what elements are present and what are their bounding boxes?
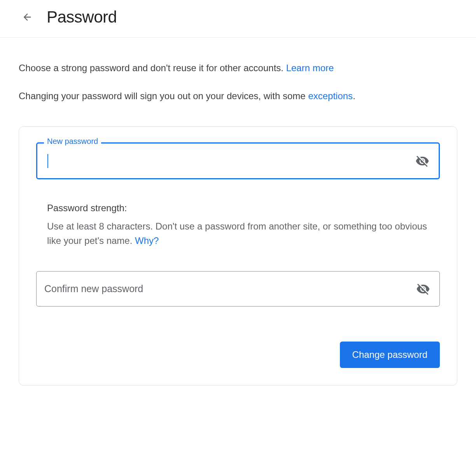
new-password-field-wrapper: New password (36, 142, 440, 179)
visibility-off-icon (416, 282, 430, 296)
intro-line-2-text: Changing your password will sign you out… (19, 91, 308, 101)
arrow-left-icon (22, 12, 33, 23)
confirm-password-input[interactable] (37, 272, 407, 306)
intro-line-1-text: Choose a strong password and don't reuse… (19, 63, 286, 73)
page-header: Password (0, 0, 476, 38)
password-strength-section: Password strength: Use at least 8 charac… (36, 203, 440, 248)
strength-hint-text: Use at least 8 characters. Don't use a p… (47, 221, 427, 246)
new-password-label: New password (44, 137, 101, 146)
exceptions-link[interactable]: exceptions (308, 91, 353, 101)
password-strength-hint: Use at least 8 characters. Don't use a p… (47, 219, 429, 248)
intro-line-2-post: . (353, 91, 355, 101)
page-title: Password (47, 8, 117, 26)
change-password-button[interactable]: Change password (340, 342, 440, 368)
confirm-password-container (36, 271, 440, 307)
content-area: Choose a strong password and don't reuse… (0, 38, 476, 404)
intro-line-2: Changing your password will sign you out… (19, 89, 457, 103)
confirm-password-field-wrapper (36, 271, 440, 307)
text-cursor (47, 154, 48, 168)
new-password-container (36, 142, 440, 179)
intro-line-1: Choose a strong password and don't reuse… (19, 61, 457, 75)
password-card: New password Password strength: Use at l… (19, 126, 457, 385)
back-button[interactable] (19, 9, 36, 26)
password-strength-title: Password strength: (47, 203, 429, 214)
why-link[interactable]: Why? (135, 235, 159, 246)
visibility-off-icon (415, 154, 429, 168)
new-password-input[interactable] (37, 144, 406, 178)
form-actions: Change password (36, 342, 440, 368)
confirm-password-visibility-toggle[interactable] (407, 276, 439, 302)
learn-more-link[interactable]: Learn more (286, 63, 334, 73)
new-password-visibility-toggle[interactable] (406, 148, 439, 174)
